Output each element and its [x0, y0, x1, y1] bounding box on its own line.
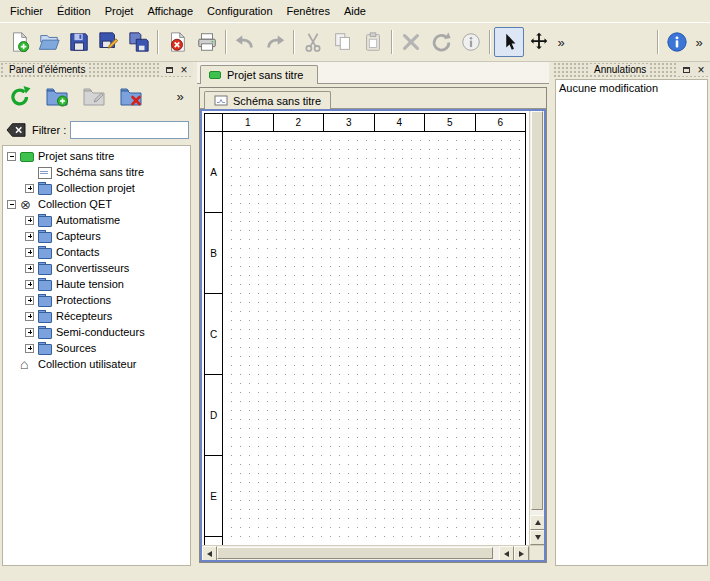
vertical-scrollbar[interactable] — [529, 111, 544, 545]
tree-item-collection-projet[interactable]: Collection projet — [3, 180, 190, 196]
mdi-area: Schéma sans titre 1 2 3 4 5 — [197, 84, 549, 568]
menu-configuration[interactable]: Configuration — [200, 2, 279, 20]
tree-item-recepteurs[interactable]: Récepteurs — [3, 308, 190, 324]
schema-icon — [38, 166, 52, 179]
new-category-button[interactable] — [43, 82, 71, 110]
tree-item-label: Récepteurs — [56, 310, 112, 322]
cut-button — [298, 27, 328, 57]
tree-item-label: Contacts — [56, 246, 99, 258]
menu-edition[interactable]: Édition — [50, 2, 98, 20]
project-icon — [20, 150, 34, 163]
menu-fenetres[interactable]: Fenêtres — [280, 2, 337, 20]
select-mode-button[interactable] — [494, 27, 524, 57]
pan-mode-button[interactable] — [524, 27, 554, 57]
rotate-icon — [430, 31, 452, 53]
menu-fichier[interactable]: Fichier — [3, 2, 50, 20]
tree-expand-toggle[interactable] — [25, 296, 34, 305]
folder-icon — [38, 278, 52, 291]
vertical-scroll-thumb[interactable] — [531, 111, 543, 510]
tree-expand-toggle[interactable] — [25, 248, 34, 257]
column-label: 6 — [476, 114, 526, 131]
column-label: 3 — [324, 114, 375, 131]
close-file-button[interactable] — [162, 27, 192, 57]
tree-expand-toggle[interactable] — [25, 264, 34, 273]
scroll-left-button[interactable] — [202, 546, 217, 561]
new-file-button[interactable] — [4, 27, 34, 57]
tree-item-convertisseurs[interactable]: Convertisseurs — [3, 260, 190, 276]
tree-expand-toggle[interactable] — [25, 232, 34, 241]
scroll-right-button[interactable] — [514, 546, 529, 561]
save-all-button[interactable] — [124, 27, 154, 57]
tree-item-contacts[interactable]: Contacts — [3, 244, 190, 260]
tree-item-automatisme[interactable]: Automatisme — [3, 212, 190, 228]
project-window: Schéma sans titre 1 2 3 4 5 — [199, 87, 547, 563]
menu-projet[interactable]: Projet — [98, 2, 141, 20]
new-file-icon — [8, 31, 30, 53]
undo-history-list[interactable]: Aucune modification — [555, 79, 708, 566]
tree-item-haute-tension[interactable]: Haute tension — [3, 276, 190, 292]
tree-expand-toggle[interactable] — [25, 280, 34, 289]
tree-item-label: Sources — [56, 342, 96, 354]
print-button[interactable] — [192, 27, 222, 57]
close-dock-button[interactable] — [694, 63, 708, 76]
save-button[interactable] — [64, 27, 94, 57]
row-ruler: A B C D E — [205, 132, 223, 562]
scroll-left-button-2[interactable] — [499, 546, 514, 561]
tree-expand-toggle[interactable] — [25, 328, 34, 337]
horizontal-scrollbar[interactable] — [202, 545, 529, 560]
folder-icon — [38, 262, 52, 275]
float-dock-button[interactable] — [679, 63, 693, 76]
tree-expand-toggle[interactable] — [25, 344, 34, 353]
tree-item-sources[interactable]: Sources — [3, 340, 190, 356]
save-as-button[interactable] — [94, 27, 124, 57]
tab-schema-sans-titre[interactable]: Schéma sans titre — [204, 91, 331, 109]
redo-button — [260, 27, 290, 57]
select-arrow-icon — [498, 31, 520, 53]
clear-filter-button[interactable] — [4, 120, 28, 140]
close-dock-button[interactable] — [177, 63, 191, 76]
undo-dock-titlebar[interactable]: Annulations — [553, 62, 710, 77]
tree-expand-toggle[interactable] — [25, 184, 34, 193]
menu-aide[interactable]: Aide — [337, 2, 373, 20]
delete-button — [396, 27, 426, 57]
diagram-canvas[interactable] — [223, 132, 525, 562]
tree-item-collection-utilisateur[interactable]: Collection utilisateur — [3, 356, 190, 372]
tree-item-collection-qet[interactable]: Collection QET — [3, 196, 190, 212]
float-dock-button[interactable] — [162, 63, 176, 76]
tree-collapse-toggle[interactable] — [7, 152, 16, 161]
elements-panel-titlebar[interactable]: Panel d'éléments — [0, 62, 193, 77]
scroll-down-button[interactable] — [530, 530, 545, 545]
about-qet-button[interactable] — [662, 27, 692, 57]
tree-item-capteurs[interactable]: Capteurs — [3, 228, 190, 244]
tree-item-projet-sans-titre[interactable]: Projet sans titre — [3, 148, 190, 164]
vertical-scroll-track[interactable] — [530, 111, 544, 515]
schema-icon — [214, 94, 228, 107]
tree-item-schema-sans-titre[interactable]: Schéma sans titre — [3, 164, 190, 180]
tree-collapse-toggle[interactable] — [7, 200, 16, 209]
tree-expand-toggle[interactable] — [25, 216, 34, 225]
folder-icon — [38, 342, 52, 355]
home-icon — [20, 358, 34, 371]
qet-collection-icon — [20, 198, 34, 211]
menu-affichage[interactable]: Affichage — [140, 2, 200, 20]
help-toolbar-overflow-button[interactable]: » — [692, 35, 706, 50]
elements-tree[interactable]: Projet sans titre Schéma sans titre Coll… — [2, 145, 191, 566]
open-file-button[interactable] — [34, 27, 64, 57]
statusbar — [0, 568, 710, 581]
column-label: 2 — [274, 114, 325, 131]
tree-item-label: Collection QET — [38, 198, 112, 210]
tree-item-semi-conducteurs[interactable]: Semi-conducteurs — [3, 324, 190, 340]
filter-input[interactable] — [70, 121, 189, 139]
reload-collections-button[interactable] — [6, 82, 34, 110]
dock-buttons — [677, 63, 708, 76]
horizontal-scroll-track[interactable] — [217, 546, 499, 560]
horizontal-scroll-thumb[interactable] — [217, 547, 493, 559]
toolbar-overflow-button[interactable]: » — [554, 35, 568, 50]
tree-expand-toggle[interactable] — [25, 312, 34, 321]
tree-item-protections[interactable]: Protections — [3, 292, 190, 308]
panel-toolbar-overflow-button[interactable]: » — [173, 89, 187, 104]
tree-item-label: Capteurs — [56, 230, 101, 242]
delete-category-button[interactable] — [117, 82, 145, 110]
tab-projet-sans-titre[interactable]: Projet sans titre — [200, 65, 318, 84]
scroll-up-button[interactable] — [530, 515, 545, 530]
